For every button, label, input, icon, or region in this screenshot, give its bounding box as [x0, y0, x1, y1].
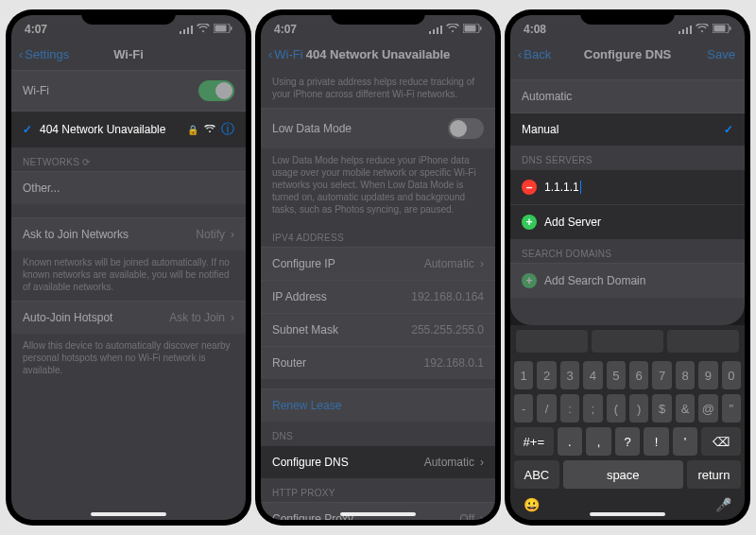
key-symbols[interactable]: #+= [514, 427, 554, 456]
key-.[interactable]: . [558, 427, 583, 456]
chevron-right-icon: › [231, 311, 234, 324]
add-server-row[interactable]: +Add Server [510, 205, 745, 239]
chevron-right-icon: › [480, 257, 484, 270]
add-icon[interactable]: + [522, 215, 537, 230]
suggestion-slot[interactable] [516, 330, 588, 353]
key-,[interactable]: , [586, 427, 611, 456]
automatic-row[interactable]: Automatic [510, 79, 745, 113]
remove-icon[interactable]: – [522, 180, 537, 195]
key-8[interactable]: 8 [676, 361, 695, 389]
low-data-mode-row[interactable]: Low Data Mode [261, 108, 495, 148]
key-5[interactable]: 5 [607, 361, 626, 389]
key--[interactable]: - [514, 394, 533, 423]
emoji-key-icon[interactable]: 😀 [524, 497, 540, 512]
other-network-row[interactable]: Other... [11, 171, 246, 204]
back-label: Back [524, 47, 551, 61]
svg-rect-1 [183, 29, 185, 34]
configure-proxy-row[interactable]: Configure Proxy Off› [261, 502, 495, 520]
notch [81, 9, 176, 25]
chevron-left-icon: ‹ [518, 47, 522, 61]
configure-dns-row[interactable]: Configure DNS Automatic› [261, 445, 495, 478]
key-'[interactable]: ' [673, 427, 698, 456]
back-button[interactable]: ‹Settings [19, 47, 69, 61]
key-/[interactable]: / [537, 394, 556, 423]
text-cursor [580, 181, 582, 194]
search-domains-header: SEARCH DOMAINS [510, 239, 745, 263]
key-0[interactable]: 0 [722, 361, 741, 389]
home-indicator[interactable] [590, 512, 665, 516]
checkmark-icon: ✓ [23, 123, 32, 136]
key-&[interactable]: & [676, 394, 695, 423]
router-row: Router 192.168.0.1 [261, 347, 495, 379]
wifi-status-icon [197, 24, 210, 35]
key-6[interactable]: 6 [629, 361, 648, 389]
dns-server-entry-row[interactable]: –1.1.1.1 [510, 169, 745, 205]
mic-key-icon[interactable]: 🎤 [715, 497, 731, 512]
svg-rect-9 [437, 27, 438, 34]
key-3[interactable]: 3 [560, 361, 579, 389]
info-icon[interactable]: ⓘ [221, 121, 234, 138]
chevron-left-icon: ‹ [268, 47, 272, 61]
home-indicator[interactable] [91, 512, 166, 516]
key-7[interactable]: 7 [652, 361, 671, 389]
ask-to-join-row[interactable]: Ask to Join Networks Notify› [11, 217, 246, 250]
low-data-toggle-off[interactable] [448, 118, 484, 139]
ask-join-value: Notify [196, 228, 225, 241]
nav-bar: ‹Back Configure DNS Save [510, 38, 745, 70]
wifi-toggle-on[interactable] [198, 80, 234, 101]
automatic-label: Automatic [522, 90, 572, 103]
configure-ip-row[interactable]: Configure IP Automatic› [261, 247, 495, 281]
autojoin-footer: Allow this device to automatically disco… [11, 334, 246, 384]
wifi-toggle-row[interactable]: Wi-Fi [11, 70, 246, 112]
key-;[interactable]: ; [583, 394, 602, 423]
key-9[interactable]: 9 [698, 361, 717, 389]
key-)[interactable]: ) [629, 394, 648, 423]
phone-network-detail: 4:07 ‹Wi-Fi 404 Network Unavailable Usin… [255, 9, 501, 526]
chevron-right-icon: › [231, 228, 234, 241]
lock-icon: 🔒 [187, 125, 198, 135]
dns-server-input[interactable]: 1.1.1.1 [544, 181, 579, 194]
add-icon[interactable]: + [522, 273, 537, 288]
svg-rect-12 [465, 26, 476, 32]
suggestion-slot[interactable] [667, 330, 739, 353]
key-?[interactable]: ? [615, 427, 641, 456]
key-1[interactable]: 1 [514, 361, 533, 389]
dns-header: DNS [261, 422, 495, 445]
keyboard[interactable]: 1234567890 -/:;()$&@" #+= .,?!' ⌫ ABC sp… [510, 325, 745, 520]
key-abc[interactable]: ABC [514, 460, 559, 489]
key-$[interactable]: $ [652, 394, 671, 423]
save-button[interactable]: Save [707, 47, 735, 61]
networks-header: NETWORKS ⟳ [11, 147, 246, 171]
chevron-right-icon: › [480, 456, 484, 469]
key-delete[interactable]: ⌫ [701, 427, 741, 456]
auto-join-hotspot-row[interactable]: Auto-Join Hotspot Ask to Join› [11, 301, 246, 334]
add-search-domain-row[interactable]: +Add Search Domain [510, 263, 745, 298]
key-:[interactable]: : [560, 394, 579, 423]
ask-join-footer: Known networks will be joined automatica… [11, 250, 246, 301]
svg-rect-0 [180, 31, 181, 34]
key-@[interactable]: @ [698, 394, 717, 423]
wifi-status-icon [696, 24, 709, 35]
key-"[interactable]: " [722, 394, 741, 423]
key-([interactable]: ( [607, 394, 626, 423]
key-return[interactable]: return [687, 460, 741, 489]
key-![interactable]: ! [644, 427, 669, 456]
home-indicator[interactable] [340, 512, 416, 516]
key-space[interactable]: space [563, 460, 683, 489]
suggestion-slot[interactable] [592, 330, 663, 353]
back-button[interactable]: ‹Wi-Fi [268, 47, 303, 61]
renew-lease-row[interactable]: Renew Lease [261, 388, 495, 422]
ip-value: 192.168.0.164 [411, 290, 484, 303]
connected-network-row[interactable]: ✓404 Network Unavailable 🔒 ⓘ [11, 112, 246, 147]
add-server-label: Add Server [544, 216, 601, 229]
ip-label: IP Address [272, 290, 327, 303]
low-data-label: Low Data Mode [272, 122, 352, 135]
back-button[interactable]: ‹Back [518, 47, 551, 61]
manual-row[interactable]: Manual ✓ [510, 113, 745, 146]
add-domain-label: Add Search Domain [544, 274, 645, 287]
ask-join-label: Ask to Join Networks [23, 228, 129, 241]
key-4[interactable]: 4 [583, 361, 602, 389]
notch [580, 9, 675, 25]
phone-wifi-settings: 4:07 ‹Settings Wi-Fi Wi-Fi [6, 9, 251, 526]
key-2[interactable]: 2 [537, 361, 556, 389]
